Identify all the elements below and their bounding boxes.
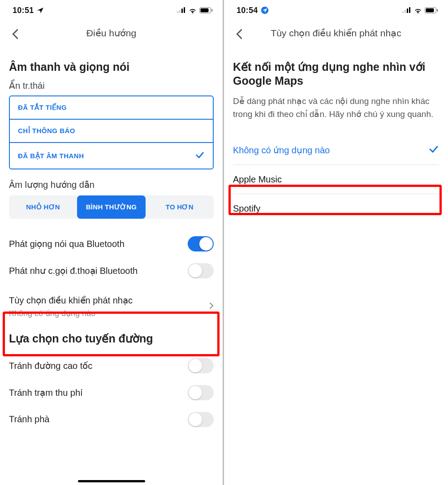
location-arrow-icon bbox=[37, 7, 44, 14]
mute-option-alerts-only[interactable]: CHỈ THÔNG BÁO bbox=[10, 119, 213, 142]
avoid-tolls-row: Tránh trạm thu phí bbox=[9, 379, 214, 406]
guidance-volume-segmented: NHỎ HƠN BÌNH THƯỜNG TO HƠN bbox=[9, 195, 214, 219]
mute-option-muted[interactable]: ĐÃ TẮT TIẾNG bbox=[10, 96, 213, 119]
music-playback-subtitle: Không có ứng dụng nào bbox=[9, 308, 133, 318]
mute-option-group: ĐÃ TẮT TIẾNG CHỈ THÔNG BÁO ĐÃ BẬT ÂM THA… bbox=[9, 95, 214, 169]
media-link-heading: Kết nối một ứng dụng nghe nhìn với Googl… bbox=[233, 60, 439, 88]
chevron-left-icon bbox=[236, 29, 243, 39]
svg-rect-11 bbox=[409, 7, 410, 13]
section-sound-voice-title: Âm thanh và giọng nói bbox=[9, 60, 214, 74]
media-link-description: Dễ dàng phát nhạc và các nội dung nghe n… bbox=[233, 95, 439, 121]
check-icon bbox=[195, 150, 205, 161]
volume-softer-button[interactable]: NHỎ HƠN bbox=[9, 195, 77, 219]
bluetooth-voice-switch[interactable] bbox=[188, 236, 214, 251]
screen-navigation-settings: 10:51 bbox=[0, 0, 224, 485]
avoid-tolls-switch[interactable] bbox=[188, 385, 214, 400]
svg-rect-2 bbox=[181, 9, 183, 13]
section-route-title: Lựa chọn cho tuyến đường bbox=[9, 332, 214, 346]
avoid-ferries-label: Tránh phà bbox=[9, 414, 49, 424]
bluetooth-call-row: Phát như c.gọi đ.thoại Bluetooth bbox=[9, 257, 214, 284]
svg-rect-6 bbox=[211, 9, 213, 12]
media-option-none-label: Không có ứng dụng nào bbox=[233, 145, 330, 156]
back-button[interactable] bbox=[231, 26, 247, 42]
bottom-fade bbox=[0, 472, 223, 485]
svg-rect-0 bbox=[177, 11, 178, 13]
wifi-icon bbox=[414, 7, 422, 13]
status-bar: 10:51 bbox=[0, 0, 223, 21]
mute-option-unmuted-label: ĐÃ BẬT ÂM THANH bbox=[18, 152, 84, 160]
media-option-spotify-label: Spotify bbox=[233, 204, 260, 214]
mute-option-muted-label: ĐÃ TẮT TIẾNG bbox=[18, 104, 67, 112]
battery-icon bbox=[199, 7, 213, 13]
screen-music-playback-options: 10:54 bbox=[224, 0, 448, 485]
music-playback-title: Tùy chọn điều khiển phát nhạc bbox=[9, 295, 133, 306]
svg-rect-13 bbox=[426, 9, 434, 13]
mute-option-unmuted[interactable]: ĐÃ BẬT ÂM THANH bbox=[10, 142, 213, 169]
location-circle-icon bbox=[261, 6, 269, 14]
volume-louder-button[interactable]: TO HƠN bbox=[146, 195, 214, 219]
nav-header: Điều hướng bbox=[0, 21, 223, 46]
status-time: 10:54 bbox=[237, 6, 258, 15]
bluetooth-call-switch[interactable] bbox=[188, 263, 214, 278]
page-title: Tùy chọn điều khiển phát nhạc bbox=[271, 28, 401, 39]
status-bar: 10:54 bbox=[224, 0, 448, 21]
svg-rect-10 bbox=[407, 9, 408, 13]
chevron-left-icon bbox=[12, 29, 19, 39]
check-icon bbox=[428, 144, 439, 157]
battery-icon bbox=[425, 7, 438, 13]
cellular-icon bbox=[177, 7, 186, 13]
bluetooth-call-label: Phát như c.gọi đ.thoại Bluetooth bbox=[9, 265, 138, 276]
mute-status-label: Ẩn tr.thái bbox=[9, 80, 214, 91]
avoid-highways-label: Tránh đường cao tốc bbox=[9, 360, 92, 371]
svg-rect-1 bbox=[179, 10, 181, 13]
status-time: 10:51 bbox=[13, 6, 34, 15]
svg-rect-14 bbox=[437, 9, 438, 12]
media-option-apple-label: Apple Music bbox=[233, 174, 282, 185]
svg-rect-9 bbox=[405, 10, 406, 13]
avoid-ferries-switch[interactable] bbox=[188, 412, 214, 427]
avoid-ferries-row: Tránh phà bbox=[9, 406, 214, 433]
svg-rect-5 bbox=[201, 9, 209, 13]
bluetooth-voice-row: Phát giọng nói qua Bluetooth bbox=[9, 230, 214, 257]
home-indicator[interactable] bbox=[78, 480, 145, 482]
page-title: Điều hướng bbox=[86, 28, 136, 39]
media-option-apple-music[interactable]: Apple Music bbox=[233, 165, 439, 194]
svg-rect-8 bbox=[402, 11, 404, 13]
guidance-volume-label: Âm lượng hướng dẫn bbox=[9, 179, 214, 190]
media-option-spotify[interactable]: Spotify bbox=[233, 194, 439, 223]
bluetooth-voice-label: Phát giọng nói qua Bluetooth bbox=[9, 238, 125, 249]
wifi-icon bbox=[189, 7, 197, 13]
mute-option-alerts-label: CHỈ THÔNG BÁO bbox=[18, 127, 75, 135]
volume-normal-button[interactable]: BÌNH THƯỜNG bbox=[77, 195, 145, 219]
back-button[interactable] bbox=[7, 26, 23, 42]
cellular-icon bbox=[402, 7, 411, 13]
music-playback-cell[interactable]: Tùy chọn điều khiển phát nhạc Không có ứ… bbox=[9, 289, 214, 325]
avoid-tolls-label: Tránh trạm thu phí bbox=[9, 387, 83, 398]
chevron-right-icon bbox=[209, 302, 214, 311]
media-option-none[interactable]: Không có ứng dụng nào bbox=[233, 136, 439, 165]
avoid-highways-switch[interactable] bbox=[188, 358, 214, 373]
svg-rect-3 bbox=[184, 7, 185, 13]
nav-header: Tùy chọn điều khiển phát nhạc bbox=[224, 21, 448, 46]
avoid-highways-row: Tránh đường cao tốc bbox=[9, 352, 214, 379]
